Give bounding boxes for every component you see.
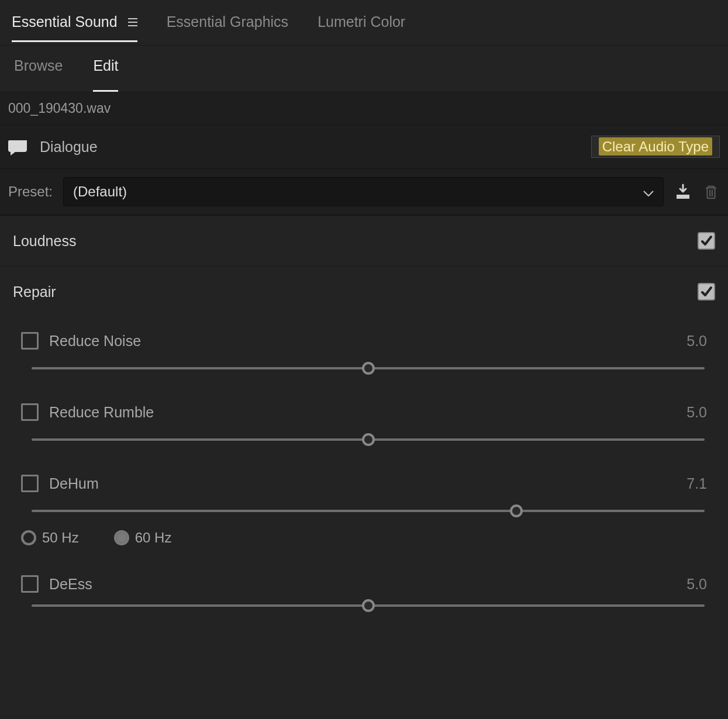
section-repair[interactable]: Repair <box>0 267 728 317</box>
audio-type-left: Dialogue <box>8 139 98 155</box>
clear-audio-type-label: Clear Audio Type <box>599 137 712 155</box>
reduce-rumble-value[interactable]: 5.0 <box>686 404 707 421</box>
deess-slider-thumb[interactable] <box>362 599 375 612</box>
subtab-browse[interactable]: Browse <box>14 57 63 92</box>
section-repair-title: Repair <box>13 284 56 300</box>
preset-dropdown[interactable]: (Default) <box>63 177 664 206</box>
reduce-noise-value[interactable]: 5.0 <box>686 333 707 350</box>
preset-value: (Default) <box>73 184 127 200</box>
param-reduce-noise-head: Reduce Noise 5.0 <box>21 332 707 350</box>
clear-audio-type-button[interactable]: Clear Audio Type <box>591 136 720 158</box>
dehum-50hz-label: 50 Hz <box>42 530 79 546</box>
essential-sound-panel: Essential Sound Essential Graphics Lumet… <box>0 0 728 719</box>
param-reduce-rumble-head: Reduce Rumble 5.0 <box>21 403 707 421</box>
tab-essential-graphics-label: Essential Graphics <box>167 13 288 30</box>
radio-60hz-icon <box>114 530 129 545</box>
chevron-down-icon <box>643 184 654 200</box>
repair-enable-checkbox[interactable] <box>698 283 715 300</box>
tab-essential-graphics[interactable]: Essential Graphics <box>167 13 288 42</box>
param-dehum: DeHum 7.1 <box>13 464 715 526</box>
sub-tab-bar: Browse Edit <box>0 46 728 92</box>
repair-body: Reduce Noise 5.0 Reduce Rumble 5.0 <box>0 317 728 613</box>
panel-menu-icon[interactable] <box>128 18 137 26</box>
audio-type-row: Dialogue Clear Audio Type <box>0 125 728 169</box>
reduce-noise-slider[interactable] <box>32 367 705 369</box>
param-dehum-head: DeHum 7.1 <box>21 475 707 492</box>
section-loudness-title: Loudness <box>13 233 76 250</box>
param-reduce-rumble: Reduce Rumble 5.0 <box>13 393 715 464</box>
dehum-slider-thumb[interactable] <box>510 504 523 517</box>
reduce-noise-label: Reduce Noise <box>49 333 141 350</box>
tab-essential-sound-label: Essential Sound <box>12 13 118 30</box>
reduce-noise-checkbox[interactable] <box>21 332 39 350</box>
reduce-rumble-slider-thumb[interactable] <box>362 433 375 446</box>
delete-preset-icon <box>702 183 720 201</box>
param-reduce-noise: Reduce Noise 5.0 <box>13 322 715 393</box>
dehum-60hz-radio[interactable]: 60 Hz <box>114 530 172 546</box>
clip-filename: 000_190430.wav <box>0 92 728 125</box>
section-loudness[interactable]: Loudness <box>0 216 728 267</box>
param-deess-head: DeEss 5.0 <box>21 575 707 593</box>
tab-lumetri-color-label: Lumetri Color <box>318 13 405 30</box>
audio-type-label: Dialogue <box>40 139 98 155</box>
radio-50hz-icon <box>21 530 36 545</box>
dehum-value[interactable]: 7.1 <box>686 475 707 492</box>
dehum-50hz-radio[interactable]: 50 Hz <box>21 530 79 546</box>
dehum-frequency-row: 50 Hz 60 Hz <box>13 526 715 565</box>
subtab-edit[interactable]: Edit <box>93 57 118 92</box>
dialogue-icon <box>8 139 28 154</box>
param-deess: DeEss 5.0 <box>13 565 715 613</box>
panel-tab-bar: Essential Sound Essential Graphics Lumet… <box>0 0 728 46</box>
subtab-browse-label: Browse <box>14 57 63 74</box>
reduce-rumble-checkbox[interactable] <box>21 403 39 421</box>
dehum-60hz-label: 60 Hz <box>135 530 172 546</box>
dehum-checkbox[interactable] <box>21 475 39 492</box>
save-preset-icon[interactable] <box>674 183 692 201</box>
deess-slider[interactable] <box>32 604 705 607</box>
svg-rect-0 <box>677 195 689 199</box>
preset-row: Preset: (Default) <box>0 169 728 216</box>
loudness-enable-checkbox[interactable] <box>698 232 715 250</box>
tab-lumetri-color[interactable]: Lumetri Color <box>318 13 405 42</box>
deess-value[interactable]: 5.0 <box>686 576 707 593</box>
deess-checkbox[interactable] <box>21 575 39 593</box>
reduce-rumble-slider[interactable] <box>32 438 705 441</box>
dehum-label: DeHum <box>49 475 99 492</box>
dehum-slider[interactable] <box>32 510 705 512</box>
reduce-noise-slider-thumb[interactable] <box>362 362 375 375</box>
tab-essential-sound[interactable]: Essential Sound <box>12 13 137 42</box>
deess-label: DeEss <box>49 576 92 593</box>
subtab-edit-label: Edit <box>93 57 118 74</box>
preset-label: Preset: <box>8 184 53 200</box>
reduce-rumble-label: Reduce Rumble <box>49 404 154 421</box>
